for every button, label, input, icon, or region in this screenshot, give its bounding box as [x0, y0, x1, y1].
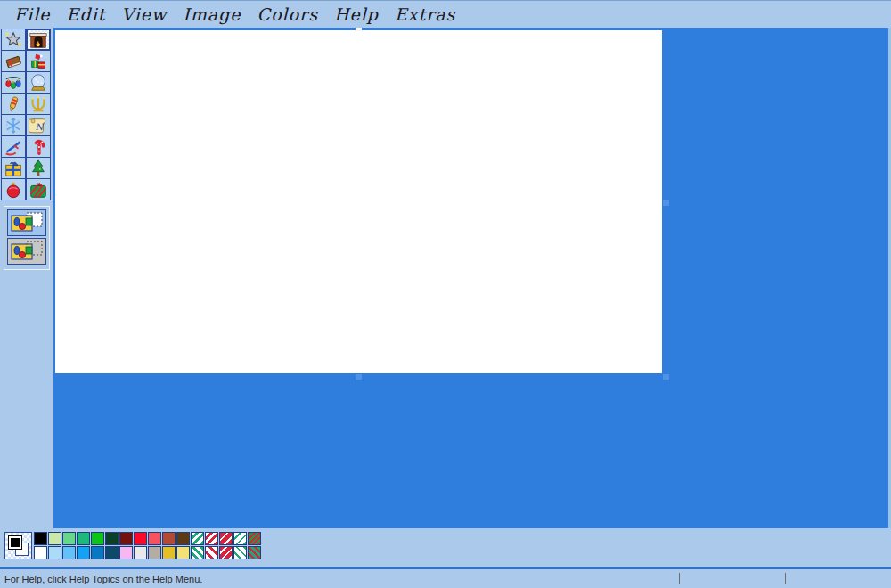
tool-text[interactable]: N — [26, 114, 51, 136]
snowflake-icon — [4, 116, 23, 135]
menu-edit[interactable]: Edit — [59, 4, 114, 24]
menu-colors[interactable]: Colors — [249, 4, 326, 24]
foreground-background-indicator — [4, 532, 32, 559]
color-swatch[interactable] — [205, 532, 218, 545]
color-swatch[interactable] — [233, 532, 247, 545]
scroll-icon: N — [29, 116, 48, 135]
color-swatch[interactable] — [176, 532, 190, 545]
color-swatch[interactable] — [105, 532, 119, 545]
status-message: For Help, click Help Topics on the Help … — [0, 574, 202, 584]
present-icon — [29, 180, 48, 200]
color-swatch[interactable] — [176, 546, 190, 559]
tool-polygon[interactable] — [26, 157, 51, 179]
color-swatch[interactable] — [148, 546, 161, 559]
color-swatch[interactable] — [91, 546, 104, 559]
menu-image[interactable]: Image — [175, 4, 249, 24]
tool-curve[interactable] — [26, 135, 51, 158]
color-swatch[interactable] — [134, 546, 147, 559]
color-swatch[interactable] — [191, 532, 204, 545]
tool-magnifier[interactable] — [26, 71, 51, 94]
color-swatch[interactable] — [105, 546, 119, 559]
tool-rectangle[interactable] — [1, 157, 26, 179]
resize-handle-right[interactable] — [663, 200, 669, 206]
color-swatch[interactable] — [62, 532, 76, 545]
tool-rounded-rectangle[interactable] — [26, 178, 51, 200]
color-swatch[interactable] — [91, 532, 104, 545]
tool-ellipse[interactable] — [1, 178, 26, 200]
color-swatch[interactable] — [162, 532, 176, 545]
menu-view[interactable]: View — [113, 4, 175, 24]
christmas-tree-icon — [29, 159, 48, 178]
option-draw-transparent[interactable] — [7, 238, 46, 265]
status-divider — [785, 573, 786, 584]
color-swatch[interactable] — [62, 546, 76, 559]
sled-icon — [4, 137, 23, 157]
color-swatch[interactable] — [248, 532, 261, 545]
color-swatch[interactable] — [248, 546, 261, 559]
swatch-row-bottom — [34, 546, 262, 560]
color-swatch[interactable] — [162, 546, 176, 559]
color-swatch[interactable] — [219, 546, 233, 559]
tool-pencil[interactable] — [1, 93, 26, 115]
color-swatch[interactable] — [134, 532, 147, 545]
color-swatch[interactable] — [219, 532, 233, 545]
menu-extras[interactable]: Extras — [387, 4, 463, 24]
drawing-canvas[interactable] — [55, 30, 662, 373]
snow-globe-icon — [29, 73, 48, 93]
christmas-lights-icon — [4, 73, 23, 93]
opaque-selection-icon — [9, 211, 45, 234]
status-divider — [679, 573, 680, 584]
ornament-icon — [4, 180, 23, 200]
option-draw-opaque[interactable] — [7, 209, 46, 236]
menorah-icon — [29, 94, 48, 114]
tool-options-box — [4, 206, 50, 270]
resize-handle-bottom[interactable] — [356, 374, 362, 380]
color-swatch[interactable] — [233, 546, 247, 559]
tool-fill-with-color[interactable] — [26, 50, 51, 72]
transparent-selection-icon — [9, 240, 45, 263]
tool-pick-color[interactable] — [1, 71, 26, 94]
menu-bar: File Edit View Image Colors Help Extras — [0, 1, 891, 28]
color-swatch[interactable] — [191, 546, 204, 559]
workspace — [53, 28, 891, 528]
resize-handle-top[interactable] — [356, 28, 362, 31]
color-swatch[interactable] — [34, 546, 47, 559]
swatch-row-top — [34, 532, 262, 546]
color-swatch[interactable] — [77, 532, 90, 545]
star-icon — [4, 30, 23, 50]
gift-box-icon — [4, 159, 23, 178]
tool-free-form-select[interactable] — [1, 29, 26, 51]
color-swatch[interactable] — [119, 532, 133, 545]
color-swatch[interactable] — [77, 546, 90, 559]
color-swatch[interactable] — [119, 546, 133, 559]
color-swatch[interactable] — [148, 532, 161, 545]
status-bar: For Help, click Help Topics on the Help … — [0, 567, 891, 588]
tool-palette: N — [0, 28, 53, 528]
swatch-grid — [34, 532, 262, 560]
wrapped-pencil-icon — [4, 94, 23, 114]
santa-gifts-icon — [29, 52, 48, 71]
color-swatch[interactable] — [205, 546, 218, 559]
menu-file[interactable]: File — [6, 4, 59, 24]
fireplace-icon — [29, 30, 48, 50]
tool-eraser[interactable] — [1, 50, 26, 72]
tool-airbrush[interactable] — [1, 114, 26, 136]
foreground-color-swatch — [8, 535, 22, 550]
color-swatch[interactable] — [48, 532, 61, 545]
tool-grid: N — [2, 29, 53, 200]
tool-brush[interactable] — [26, 93, 51, 115]
color-swatch[interactable] — [48, 546, 61, 559]
book-icon — [4, 52, 23, 71]
paint-window: File Edit View Image Colors Help Extras — [0, 0, 891, 588]
resize-handle-corner[interactable] — [663, 374, 669, 380]
tool-line[interactable] — [1, 135, 26, 158]
tool-select[interactable] — [26, 29, 51, 51]
color-swatch[interactable] — [34, 532, 47, 545]
menu-help[interactable]: Help — [326, 4, 387, 24]
color-palette-bar — [0, 528, 891, 567]
candy-cane-icon — [29, 137, 48, 157]
